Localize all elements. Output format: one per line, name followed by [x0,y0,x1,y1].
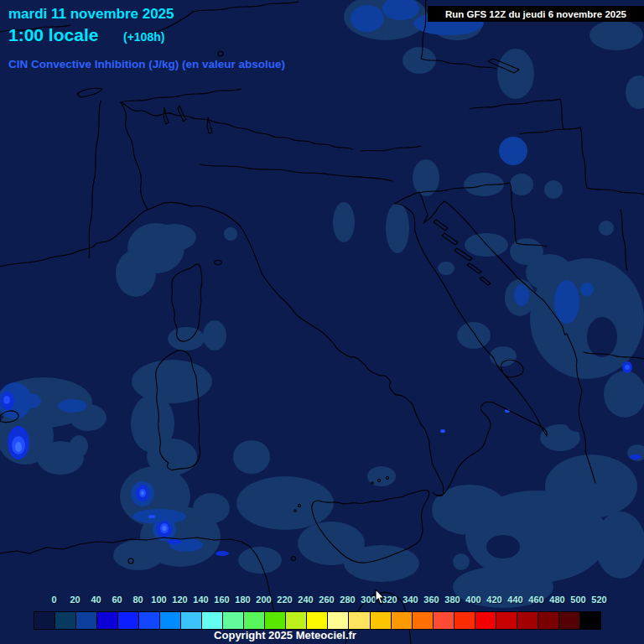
weather-map-page: mardi 11 novembre 2025 1:00 locale (+108… [0,0,644,644]
colorbar-cell [306,612,327,629]
colorbar-cell [75,612,96,629]
forecast-offset-label: (+108h) [123,30,164,44]
colorbar-tick-label: 340 [400,595,421,607]
colorbar-cell [433,612,454,629]
colorbar-tick-label: 380 [442,595,463,607]
colorbar-tick-label: 60 [106,595,127,607]
colorbar-cell [138,612,159,629]
colorbar-cell [55,612,75,629]
colorbar-cell [34,612,55,629]
colorbar-tick-label: 420 [484,595,505,607]
colorbar-cell [285,612,306,629]
colorbar-cell [264,612,285,629]
colorbar-tick-label: 100 [148,595,169,607]
colorbar-cell [159,612,180,629]
colorbar-tick-label: 240 [295,595,316,607]
colorbar-cell [475,612,496,629]
colorbar-tick-label: 120 [169,595,190,607]
colorbar-labels: 0204060801001201401601802002202402602803… [44,595,614,607]
colorbar-tick-label: 20 [65,595,86,607]
colorbar-tick-label: 180 [232,595,253,607]
model-run-text: Run GFS 12Z du jeudi 6 novembre 2025 [445,9,626,19]
model-run-banner: Run GFS 12Z du jeudi 6 novembre 2025 [428,6,644,22]
colorbar-cell [180,612,201,629]
copyright-text: Copyright 2025 Meteociel.fr [34,629,537,641]
colorbar-cell [117,612,138,629]
colorbar-tick-label: 160 [211,595,232,607]
parameter-title: CIN Convective Inhibition (J/kg) (en val… [8,58,285,70]
colorbar-tick-label: 200 [253,595,274,607]
colorbar-tick-label: 500 [568,595,589,607]
colorbar-tick-label: 280 [337,595,358,607]
colorbar-cell [517,612,538,629]
colorbar-tick-label: 140 [190,595,211,607]
colorbar-tick-label: 0 [44,595,65,607]
colorbar-cell [496,612,517,629]
colorbar-tick-label: 80 [127,595,148,607]
mouse-cursor-icon [375,589,387,606]
colorbar-cell [370,612,391,629]
colorbar-cell [96,612,117,629]
colorbar-cell [243,612,264,629]
colorbar-tick-label: 460 [526,595,547,607]
colorbar-tick-label: 520 [589,595,610,607]
colorbar [34,611,601,630]
forecast-map[interactable] [0,0,644,644]
colorbar-tick-label: 360 [421,595,442,607]
colorbar-tick-label: 260 [316,595,337,607]
colorbar-cell [348,612,369,629]
local-time-title: 1:00 locale [8,25,98,45]
colorbar-cell [222,612,243,629]
colorbar-cell [327,612,348,629]
date-title: mardi 11 novembre 2025 [8,6,174,23]
colorbar-tick-label: 480 [547,595,568,607]
colorbar-cell [391,612,412,629]
colorbar-cell [412,612,433,629]
colorbar-tick-label: 40 [86,595,106,607]
colorbar-cell [579,612,600,629]
colorbar-cell [201,612,222,629]
colorbar-cell [558,612,579,629]
colorbar-tick-label: 400 [463,595,484,607]
colorbar-tick-label: 440 [505,595,526,607]
colorbar-cell [538,612,558,629]
colorbar-tick-label: 220 [274,595,295,607]
colorbar-cell [454,612,475,629]
